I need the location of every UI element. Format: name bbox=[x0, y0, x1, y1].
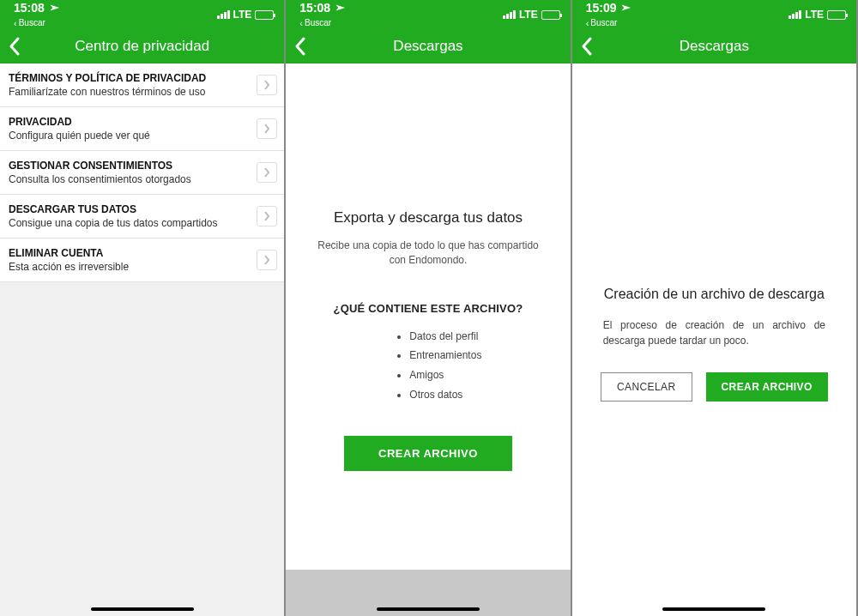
home-indicator[interactable] bbox=[91, 607, 194, 611]
list-item-title: GESTIONAR CONSENTIMIENTOS bbox=[9, 160, 257, 172]
signal-icon bbox=[217, 10, 230, 19]
list-item-delete-account[interactable]: ELIMINAR CUENTA Esta acción es irreversi… bbox=[0, 239, 284, 282]
breadcrumb-back[interactable]: ‹Buscar bbox=[299, 19, 331, 28]
battery-icon bbox=[255, 10, 274, 20]
chevron-right-icon bbox=[257, 118, 277, 139]
chevron-right-icon bbox=[257, 250, 277, 270]
file-list-item: Entrenamientos bbox=[409, 346, 549, 365]
cancel-button[interactable]: CANCELAR bbox=[601, 372, 692, 402]
page-title: Centro de privacidad bbox=[75, 38, 209, 55]
list-item-download-data[interactable]: DESCARGAR TUS DATOS Consigue una copia d… bbox=[0, 195, 284, 239]
nav-back-button[interactable] bbox=[581, 37, 593, 56]
status-time: 15:09 bbox=[586, 2, 617, 14]
location-icon bbox=[45, 0, 60, 15]
status-time: 15:08 bbox=[299, 2, 330, 14]
nav-back-button[interactable] bbox=[9, 37, 21, 56]
network-label: LTE bbox=[519, 9, 538, 21]
file-list-item: Otros datos bbox=[409, 385, 549, 405]
battery-icon bbox=[827, 10, 846, 20]
export-subtitle: Recibe una copia de todo lo que has comp… bbox=[306, 239, 549, 268]
chevron-right-icon bbox=[257, 206, 277, 226]
dialog-title: Creación de un archivo de descarga bbox=[572, 287, 856, 302]
file-list-item: Amigos bbox=[409, 365, 549, 385]
file-contents-list: Datos del perfil Entrenamientos Amigos O… bbox=[306, 327, 549, 405]
location-icon bbox=[618, 0, 632, 15]
list-item-consents[interactable]: GESTIONAR CONSENTIMIENTOS Consulta los c… bbox=[0, 151, 284, 195]
list-item-title: ELIMINAR CUENTA bbox=[9, 247, 257, 259]
list-item-subtitle: Esta acción es irreversible bbox=[9, 261, 257, 273]
list-item-title: TÉRMINOS Y POLÍTICA DE PRIVACIDAD bbox=[9, 72, 257, 84]
content-area: Creación de un archivo de descarga El pr… bbox=[572, 63, 856, 616]
settings-list: TÉRMINOS Y POLÍTICA DE PRIVACIDAD Famili… bbox=[0, 63, 284, 282]
nav-bar: Descargas bbox=[286, 29, 570, 63]
list-item-terms[interactable]: TÉRMINOS Y POLÍTICA DE PRIVACIDAD Famili… bbox=[0, 63, 284, 107]
create-archive-button[interactable]: CREAR ARCHIVO bbox=[344, 436, 512, 471]
file-list-item: Datos del perfil bbox=[409, 327, 549, 347]
home-indicator[interactable] bbox=[662, 607, 765, 611]
home-indicator[interactable] bbox=[377, 607, 480, 611]
nav-back-button[interactable] bbox=[294, 37, 306, 56]
breadcrumb-back[interactable]: ‹Buscar bbox=[586, 19, 618, 28]
status-bar: 15:08 ‹Buscar LTE bbox=[0, 0, 284, 29]
breadcrumb-back[interactable]: ‹Buscar bbox=[14, 19, 45, 28]
list-item-subtitle: Consigue una copia de tus datos comparti… bbox=[9, 217, 257, 229]
file-contents-heading: ¿QUÉ CONTIENE ESTE ARCHIVO? bbox=[306, 302, 549, 315]
status-bar: 15:08 ‹Buscar LTE bbox=[286, 0, 570, 29]
nav-bar: Centro de privacidad bbox=[0, 29, 284, 63]
signal-icon bbox=[503, 10, 516, 19]
list-item-subtitle: Consulta los consentimientos otorgados bbox=[9, 173, 257, 185]
screen-privacy-center: 15:08 ‹Buscar LTE Centro de privacidad T… bbox=[0, 0, 286, 616]
nav-bar: Descargas bbox=[572, 29, 856, 63]
page-title: Descargas bbox=[393, 38, 462, 55]
network-label: LTE bbox=[233, 9, 252, 21]
bottom-spacer bbox=[286, 570, 570, 616]
content-area: Exporta y descarga tus datos Recibe una … bbox=[286, 63, 570, 616]
network-label: LTE bbox=[805, 9, 824, 21]
chevron-right-icon bbox=[257, 162, 277, 183]
screen-downloads-confirm: 15:09 ‹Buscar LTE Descargas Creación de … bbox=[572, 0, 858, 616]
list-item-title: PRIVACIDAD bbox=[9, 116, 257, 128]
status-time: 15:08 bbox=[14, 2, 45, 14]
chevron-right-icon bbox=[257, 75, 277, 95]
list-item-title: DESCARGAR TUS DATOS bbox=[9, 203, 257, 215]
page-title: Descargas bbox=[680, 38, 749, 55]
list-item-privacy[interactable]: PRIVACIDAD Configura quién puede ver qué bbox=[0, 107, 284, 151]
confirm-create-button[interactable]: CREAR ARCHIVO bbox=[706, 372, 828, 402]
battery-icon bbox=[541, 10, 560, 20]
content-area: TÉRMINOS Y POLÍTICA DE PRIVACIDAD Famili… bbox=[0, 63, 284, 616]
screen-downloads-export: 15:08 ‹Buscar LTE Descargas Exporta y de… bbox=[286, 0, 571, 616]
dialog-buttons: CANCELAR CREAR ARCHIVO bbox=[572, 372, 856, 402]
list-item-subtitle: Familiarízate con nuestros términos de u… bbox=[9, 86, 257, 98]
list-item-subtitle: Configura quién puede ver qué bbox=[9, 130, 257, 142]
status-bar: 15:09 ‹Buscar LTE bbox=[572, 0, 856, 29]
export-title: Exporta y descarga tus datos bbox=[306, 209, 549, 226]
location-icon bbox=[332, 0, 347, 15]
signal-icon bbox=[789, 10, 801, 19]
dialog-body: El proceso de creación de un archivo de … bbox=[572, 317, 856, 348]
